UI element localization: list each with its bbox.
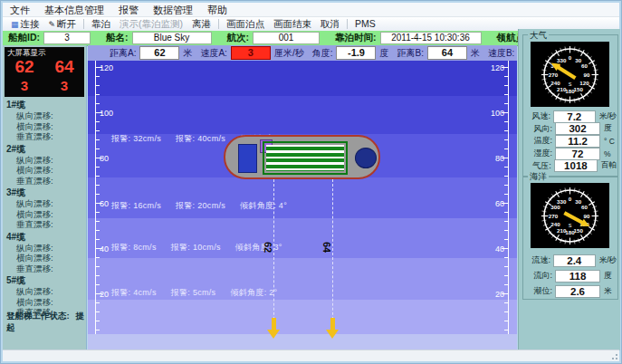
menu-item-1[interactable]: 文件	[3, 4, 37, 16]
toolbar-button-3[interactable]: 靠泊	[87, 18, 115, 30]
measure-value-box: -1.9	[336, 46, 376, 60]
wind-direction-gauge: 0306090120150180210240270300330S	[531, 42, 609, 107]
svg-text:150: 150	[574, 86, 584, 92]
ship-hull	[224, 135, 380, 179]
readout-value: 2.4	[553, 254, 596, 267]
cable-drift-item: 纵向漂移:	[6, 243, 84, 254]
cable-group-2: 2#缆纵向漂移:横向漂移:垂直漂移:	[6, 144, 84, 187]
alarm-tilt-text: 倾斜角度: 4°	[240, 200, 287, 212]
alarm-speed-a-text: 报警: 32cm/s	[111, 133, 161, 145]
readout-row-3: 潮位:2.6米	[524, 283, 617, 299]
menu-item-2[interactable]: 基本信息管理	[37, 4, 111, 16]
menu-item-5[interactable]: 帮助	[200, 4, 234, 16]
ruler-tick	[96, 148, 100, 149]
alarm-speed-b-text: 报警: 40cm/s	[176, 133, 225, 145]
resize-grip-icon[interactable]	[610, 352, 617, 359]
alarm-speed-b-text: 报警: 20cm/s	[176, 200, 225, 212]
ship-deck-hatch	[263, 141, 348, 175]
ruler-tick	[96, 103, 100, 104]
cable-drift-item: 垂直漂移:	[6, 176, 84, 187]
ruler-tick	[504, 275, 508, 276]
measure-field-label: 距离B:	[397, 47, 423, 60]
readout-row-1: 流速:2.4米/秒	[524, 253, 617, 268]
cable-group-title: 1#缆	[6, 100, 84, 110]
info-field-value[interactable]: 3	[43, 32, 91, 44]
alarm-tilt-text: 倾斜角度: 2°	[230, 287, 277, 299]
readout-value: 72	[555, 148, 600, 160]
svg-text:S: S	[569, 223, 572, 228]
cable-drift-item: 垂直漂移:	[6, 131, 84, 142]
gangway-status-label: 登船梯工作状态:	[6, 311, 70, 321]
toolbar-button-label: 演示(靠泊监测)	[120, 18, 183, 30]
ruler-tick	[504, 284, 508, 285]
cable-drift-item: 垂直漂移:	[6, 219, 84, 230]
ruler-tick	[504, 121, 508, 122]
ruler-tick	[504, 94, 508, 95]
svg-text:300: 300	[550, 204, 560, 210]
menu-item-3[interactable]: 报警	[111, 4, 146, 16]
ship-cargo-hold-blue	[238, 144, 257, 173]
toolbar-separator	[218, 19, 219, 29]
measure-field-2: 速度A:3厘米/秒	[200, 46, 303, 60]
menu-item-4[interactable]: 数据管理	[146, 4, 200, 16]
ruler-label-100: 100	[484, 109, 504, 118]
cable-drift-item: 纵向漂移:	[6, 155, 84, 166]
svg-text:240: 240	[550, 80, 560, 86]
status-bar	[3, 350, 619, 361]
readout-row-2: 流向:118度	[524, 268, 617, 283]
svg-text:S: S	[569, 81, 572, 87]
svg-text:240: 240	[550, 221, 560, 227]
cable-groups: 1#缆纵向漂移:横向漂移:垂直漂移:2#缆纵向漂移:横向漂移:垂直漂移:3#缆纵…	[6, 100, 84, 320]
svg-text:90: 90	[584, 72, 590, 78]
ruler-tick	[504, 321, 508, 321]
toolbar-button-8[interactable]: 取消	[316, 18, 344, 30]
readout-label: 流速:	[524, 254, 550, 266]
info-field-2: 船名:Blue Sky	[106, 32, 212, 44]
info-field-label: 航次:	[227, 32, 250, 44]
toolbar-button-1[interactable]: ▦连接	[6, 18, 44, 30]
cable-drift-item: 横向漂移:	[6, 253, 84, 263]
alarm-speed-a-text: 报警: 8cm/s	[111, 242, 157, 254]
info-field-value[interactable]: Blue Sky	[132, 32, 212, 44]
measure-value-box: 62	[139, 46, 179, 60]
distance-marker-label: 62	[261, 238, 275, 256]
toolbar-button-label: 连接	[21, 18, 40, 30]
info-field-value[interactable]: 2011-4-15 10:30:36	[380, 32, 482, 44]
depth-band-4	[88, 177, 517, 218]
display-speed-value: 3	[44, 78, 84, 93]
svg-text:270: 270	[549, 213, 559, 219]
toolbar-button-5[interactable]: 离港	[187, 18, 215, 30]
ruler-tick	[96, 121, 100, 122]
toolbar-button-7[interactable]: 画面结束	[269, 18, 316, 30]
ruler-tick	[504, 302, 508, 303]
info-field-value[interactable]: 001	[253, 32, 320, 44]
alarm-speed-a-text: 报警: 16cm/s	[111, 200, 161, 212]
depth-band-1	[88, 61, 517, 96]
toolbar-button-2[interactable]: ✎断开	[44, 18, 81, 30]
cable-group-title: 4#缆	[6, 232, 84, 243]
ruler-tick	[504, 221, 508, 222]
ruler-tick	[504, 230, 508, 231]
alarm-threshold-row-4: 报警: 4cm/s报警: 5cm/s倾斜角度: 2°	[111, 287, 277, 299]
svg-text:330: 330	[557, 198, 567, 205]
measure-field-unit: 米	[183, 47, 192, 60]
ruler-tick	[96, 85, 100, 86]
readout-label: 流向:	[524, 270, 552, 282]
cable-drift-item: 垂直漂移:	[6, 263, 84, 274]
info-field-label: 靠泊时间:	[335, 32, 377, 44]
ruler-tick	[504, 212, 508, 213]
svg-text:0: 0	[569, 54, 572, 61]
measure-field-unit: 米	[471, 47, 480, 60]
ruler-label-80: 80	[100, 154, 109, 163]
readout-row-3: 温度:11.2° C	[524, 135, 617, 148]
readout-row-4: 湿度:72%	[524, 148, 617, 160]
connect-icon: ▦	[11, 20, 19, 29]
depth-band-2	[88, 96, 517, 134]
toolbar-button-6[interactable]: 画面泊点	[222, 18, 269, 30]
depth-band-7	[88, 300, 517, 334]
measure-field-3: 角度:-1.9度	[312, 46, 389, 60]
svg-text:270: 270	[549, 72, 559, 78]
cable-group-3: 3#缆纵向漂移:横向漂移:垂直漂移:	[6, 187, 84, 230]
toolbar-button-9[interactable]: PMS	[350, 18, 380, 30]
ruler-tick	[504, 311, 508, 312]
